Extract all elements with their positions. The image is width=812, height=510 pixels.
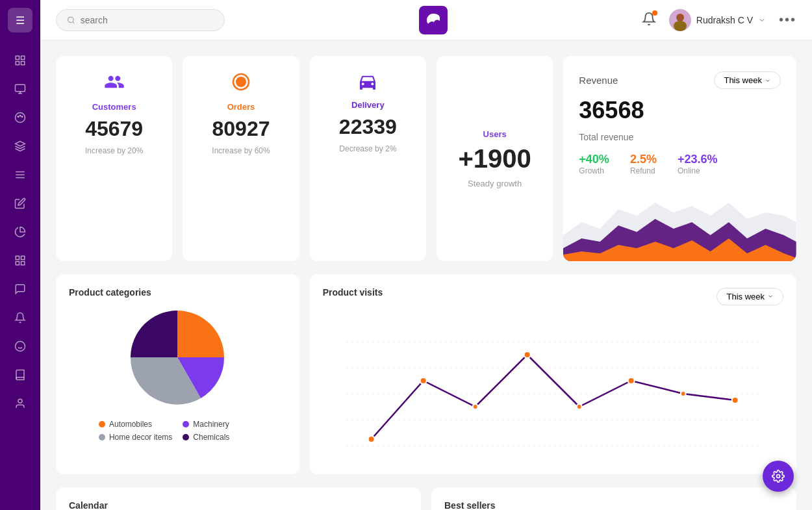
settings-fab[interactable] [763,461,794,492]
svg-point-8 [18,116,19,118]
svg-point-27 [674,21,687,31]
customers-card: Customers 45679 Increase by 20% [56,56,172,261]
users-card: Users +1900 Steady growth [437,56,553,261]
svg-point-40 [576,404,581,409]
svg-point-36 [368,436,374,442]
product-categories-card: Product categories [56,274,299,474]
legend-chemicals: Chemicals [183,433,256,442]
svg-point-41 [628,377,634,384]
users-sub: Steady growth [468,179,522,188]
orders-sub: Increase by 60% [212,146,270,155]
legend-automobiles: Automobiles [99,420,172,429]
search-input[interactable] [81,15,214,25]
automobiles-dot [99,421,105,427]
revenue-card: Revenue This week 36568 Total revenue +4… [563,56,796,261]
svg-rect-1 [21,56,25,59]
users-value: +1900 [458,144,531,173]
product-visits-header: Product visits This week [323,287,783,305]
list-icon[interactable] [8,162,32,187]
pie-container: Automobiles Machinery Home decor items [69,305,286,442]
users-label: Users [483,129,507,139]
search-box[interactable] [56,9,225,31]
svg-point-42 [680,391,685,396]
svg-line-24 [73,21,74,23]
svg-rect-18 [21,262,25,265]
customers-icon [104,71,125,97]
svg-point-37 [420,377,426,384]
svg-point-38 [472,404,477,409]
delivery-sub: Decrease by 2% [339,144,396,153]
svg-rect-17 [16,262,19,265]
logo-center [235,6,631,34]
edit-icon[interactable] [8,191,32,216]
svg-rect-2 [16,62,19,65]
pie-legend: Automobiles Machinery Home decor items [99,420,257,442]
orders-label: Orders [227,102,255,112]
revenue-title: Revenue [579,75,618,86]
stats-row: Customers 45679 Increase by 20% Orders 8… [56,56,796,261]
revenue-total-label: Total revenue [579,132,781,142]
calendar-card: Calendar [56,487,421,510]
revenue-this-week-button[interactable]: This week [714,71,781,89]
online-label: Online [678,166,718,175]
orders-icon [231,71,251,97]
svg-rect-3 [21,62,25,65]
middle-row: Product categories [56,274,796,474]
topbar-right: Rudraksh C V ••• [642,9,796,31]
menu-icon[interactable]: ☰ [8,8,32,32]
delivery-icon [357,71,378,95]
avatar [669,9,691,31]
svg-rect-0 [16,56,19,59]
svg-rect-16 [21,256,25,259]
notification-bell[interactable] [642,12,656,29]
growth-metric: +40% Growth [579,153,609,175]
svg-marker-11 [16,142,25,147]
user-name: Rudraksh C V [696,15,753,25]
monitor-icon[interactable] [8,77,32,101]
last-row: Calendar Best sellers [56,487,796,510]
grid-icon[interactable] [8,248,32,273]
dashboard-icon[interactable] [8,48,32,73]
logo-badge [419,6,448,34]
revenue-amount: 36568 [579,97,781,124]
calendar-title: Calendar [69,500,408,510]
growth-value: +40% [579,153,609,166]
pie-chart [125,305,229,409]
message-icon[interactable] [8,277,32,301]
refund-metric: 2.5% Refund [630,153,657,175]
revenue-metrics: +40% Growth 2.5% Refund +23.6% Online [579,153,781,175]
smile-icon[interactable] [8,334,32,359]
delivery-card: Delivery 22339 Decrease by 2% [310,56,426,261]
user-sidebar-icon[interactable] [8,391,32,416]
bestsellers-title: Best sellers [444,500,783,510]
bell-sidebar-icon[interactable] [8,305,32,330]
delivery-label: Delivery [351,100,385,110]
user-profile[interactable]: Rudraksh C V [669,9,766,31]
svg-point-10 [21,116,23,118]
svg-point-44 [777,475,780,478]
bestsellers-card: Best sellers [431,487,796,510]
svg-point-7 [16,113,25,123]
line-chart-svg [323,316,783,459]
customers-sub: Increase by 20% [85,146,143,155]
product-visits-this-week-button[interactable]: This week [717,288,783,305]
sidebar: ☰ [0,0,40,510]
svg-rect-15 [16,256,19,259]
customers-value: 45679 [85,117,143,141]
palette-icon[interactable] [8,105,32,130]
refund-label: Refund [630,166,657,175]
online-value: +23.6% [678,153,718,166]
svg-point-26 [676,14,684,21]
product-categories-title: Product categories [69,287,286,298]
revenue-chart [563,183,796,261]
chevron-down-icon [758,16,766,24]
search-icon [67,16,75,25]
pie-icon[interactable] [8,220,32,244]
growth-label: Growth [579,166,609,175]
machinery-dot [183,421,189,427]
main-content: Customers 45679 Increase by 20% Orders 8… [40,40,812,510]
svg-point-9 [19,115,21,116]
more-options[interactable]: ••• [779,12,796,27]
book-icon[interactable] [8,363,32,387]
layers-icon[interactable] [8,134,32,159]
